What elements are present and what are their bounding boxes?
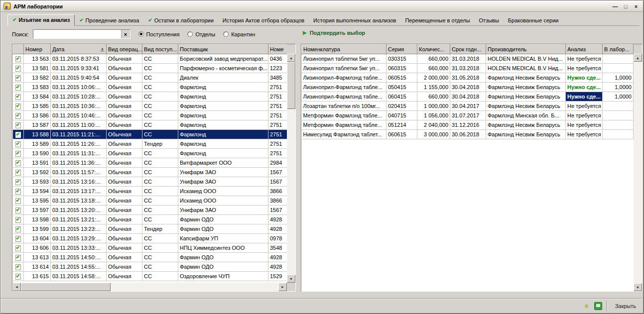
cell-analysis[interactable]: Не требуется (566, 102, 603, 111)
cell-nom-number[interactable]: 2984 (268, 158, 287, 168)
cell-date[interactable]: 03.11.2015 13:33:... (51, 243, 107, 253)
cell-nom-number[interactable]: 2751 (268, 130, 287, 139)
row-status-cell[interactable] (13, 92, 24, 102)
cell-number[interactable]: 13 586 (24, 111, 51, 120)
cell-supplier[interactable]: Фармлэнд (178, 120, 268, 130)
item-row[interactable]: Метформин Фармлэнд табле...0407151 056,0… (302, 111, 634, 120)
cell-manufacturer[interactable]: Фармлэнд Несвиж Беларусь (486, 73, 566, 83)
row-status-cell[interactable] (13, 253, 24, 262)
cell-nomenclature[interactable]: Лизиноприл-Фармлэнд табле... (302, 73, 386, 83)
cell-supplier[interactable]: Унифарм ЗАО (178, 177, 268, 187)
cell-expiry[interactable]: 30.06.2018 (450, 130, 486, 139)
cell-nom-number[interactable]: 1223 (268, 64, 287, 73)
confirm-selection-button[interactable]: ▶ Подтвердить выбор (303, 30, 365, 36)
cell-date[interactable]: 03.11.2015 13:18:... (51, 196, 107, 206)
cell-number[interactable]: 13 598 (24, 215, 51, 224)
cell-date[interactable]: 03.11.2015 13:23:... (51, 224, 107, 234)
cell-date[interactable]: 03.11.2015 10:36:... (51, 102, 107, 111)
cell-quantity[interactable]: 2 000,000 (417, 73, 450, 83)
receipt-row[interactable]: 13 58903.11.2015 11:26:...ОбычнаяТендерФ… (13, 139, 287, 149)
cell-nom-number[interactable]: 2751 (268, 149, 287, 158)
cell-number[interactable]: 13 585 (24, 102, 51, 111)
cell-supplier[interactable]: Капсифарм УП (178, 234, 268, 243)
scroll-up-button[interactable]: ▲ (287, 54, 295, 62)
scroll-track[interactable] (21, 283, 278, 291)
cell-intake-type[interactable]: СС (142, 168, 178, 177)
row-status-cell[interactable] (13, 177, 24, 187)
receipt-row[interactable]: 13 58103.11.2015 9:33:41ОбычнаяССПарфюме… (13, 64, 287, 73)
cell-intake-type[interactable]: СС (142, 234, 178, 243)
tab-sampling-acts-history[interactable]: История Актов отбора образцов (218, 15, 309, 25)
cell-date[interactable]: 03.11.2015 10:06:... (51, 83, 107, 92)
column-header[interactable]: Вид поступ... (142, 45, 178, 54)
receipt-row[interactable]: 13 58403.11.2015 10:28:...ОбычнаяССФармл… (13, 92, 287, 102)
titlebar[interactable]: АРМ лаборатории — □ × (1, 1, 643, 12)
cell-supplier[interactable]: Фармин ОДО (178, 253, 268, 262)
cell-number[interactable]: 13 581 (24, 64, 51, 73)
column-header[interactable]: Количес... (417, 45, 450, 54)
column-header[interactable]: Номер (24, 45, 51, 54)
receipt-row[interactable]: 13 61303.11.2015 14:50:...ОбычнаяССФарми… (13, 253, 287, 262)
cell-operation-type[interactable]: Обычная (107, 111, 142, 120)
cell-number[interactable]: 13 563 (24, 54, 51, 64)
item-row[interactable]: Лизиноприл-Фармлэнд табле...0605152 000,… (302, 73, 634, 83)
sparkle-icon[interactable]: ✳ (583, 302, 591, 310)
row-status-cell[interactable] (13, 206, 24, 215)
cell-nomenclature[interactable]: Лизиноприл-Фармлэнд табле... (302, 83, 386, 92)
cell-manufacturer[interactable]: Фармлэнд Несвиж Беларусь (486, 83, 566, 92)
cell-date[interactable]: 03.11.2015 13:17:... (51, 187, 107, 196)
row-status-cell[interactable] (13, 149, 24, 158)
column-header[interactable]: Анализ (566, 45, 603, 54)
cell-expiry[interactable]: 31.05.2018 (450, 73, 486, 83)
cell-intake-type[interactable]: СС (142, 111, 178, 120)
receipt-row[interactable]: 13 58603.11.2015 10:46:...ОбычнаяССФармл… (13, 111, 287, 120)
radio-receipts[interactable]: Поступления (138, 31, 180, 37)
cell-date[interactable]: 03.11.2015 8:37:53 (51, 54, 107, 64)
cell-quantity[interactable]: 660,000 (417, 64, 450, 73)
column-header[interactable]: Серия (386, 45, 417, 54)
receipt-row[interactable]: 13 58303.11.2015 10:06:...ОбычнаяССФармл… (13, 83, 287, 92)
receipt-row[interactable]: 13 59703.11.2015 13:20:...ОбычнаяССУнифа… (13, 206, 287, 215)
row-status-cell[interactable] (13, 215, 24, 224)
cell-date[interactable]: 03.11.2015 10:46:... (51, 111, 107, 120)
cell-date[interactable]: 03.11.2015 14:50:... (51, 253, 107, 262)
item-row[interactable]: Лизиноприл-Фармлэнд табле...0504151 155,… (302, 83, 634, 92)
cell-nom-number[interactable]: 3485 (268, 73, 287, 83)
cell-supplier[interactable]: Оздоровление ЧУП (178, 272, 268, 281)
cell-date[interactable]: 03.11.2015 11:57:... (51, 168, 107, 177)
cell-manufacturer[interactable]: Фармлэнд Несвиж Беларусь (486, 92, 566, 102)
cell-lab-qty[interactable] (603, 130, 634, 139)
cell-number[interactable]: 13 613 (24, 253, 51, 262)
tab-completed-analyses-history[interactable]: История выполненных анализов (309, 15, 400, 25)
cell-date[interactable]: 03.11.2015 11:00:... (51, 120, 107, 130)
cell-nom-number[interactable]: 1567 (268, 168, 287, 177)
cell-nom-number[interactable]: 0436 (268, 54, 287, 64)
scroll-track[interactable] (634, 62, 642, 283)
cell-operation-type[interactable]: Обычная (107, 253, 142, 262)
cell-number[interactable]: 13 594 (24, 187, 51, 196)
cell-intake-type[interactable]: СС (142, 149, 178, 158)
cell-intake-type[interactable]: Тендер (142, 139, 178, 149)
row-status-cell[interactable] (13, 83, 24, 92)
receipt-row[interactable]: 13 56303.11.2015 8:37:53ОбычнаяССБорисов… (13, 54, 287, 64)
row-status-cell[interactable] (13, 168, 24, 177)
cell-supplier[interactable]: Диалек (178, 73, 268, 83)
cell-operation-type[interactable]: Обычная (107, 130, 142, 139)
cell-supplier[interactable]: Унифарм ЗАО (178, 168, 268, 177)
cell-lab-qty[interactable] (603, 120, 634, 130)
cell-nom-number[interactable]: 2751 (268, 92, 287, 102)
scroll-up-button[interactable]: ▲ (634, 54, 642, 62)
cell-lab-qty[interactable] (603, 111, 634, 120)
cell-series[interactable]: 060315 (386, 64, 417, 73)
cell-manufacturer[interactable]: HOLDEN MEDICAL B.V Нид... (486, 54, 566, 64)
receipt-row[interactable]: 13 58803.11.2015 11:21:...ОбычнаяССФармл… (13, 130, 287, 139)
search-input[interactable] (33, 30, 121, 38)
cell-nom-number[interactable]: 3866 (268, 196, 287, 206)
cell-operation-type[interactable]: Обычная (107, 139, 142, 149)
tab-analysis-execution[interactable]: ✔Проведение анализа (75, 15, 143, 25)
row-status-cell[interactable] (13, 234, 24, 243)
tab-lab-stock[interactable]: ✔Остатки в лаборатории (143, 15, 218, 25)
cell-operation-type[interactable]: Обычная (107, 262, 142, 272)
cell-expiry[interactable]: 31.03.2018 (450, 64, 486, 73)
receipt-row[interactable]: 13 58503.11.2015 10:36:...ОбычнаяССФармл… (13, 102, 287, 111)
